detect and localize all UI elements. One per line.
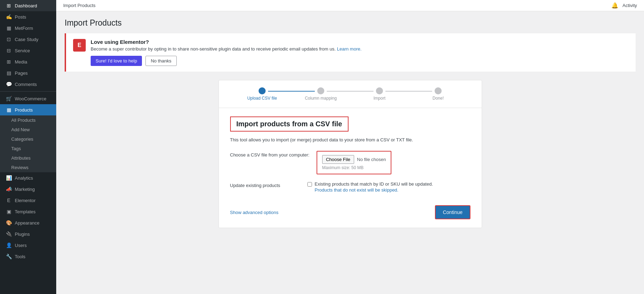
sidebar-item-woocommerce[interactable]: 🛒 WooCommerce	[0, 93, 56, 104]
file-input-row: Choose File No file chosen	[322, 155, 386, 164]
update-checkbox[interactable]	[307, 182, 312, 187]
plugins-icon: 🔌	[6, 231, 12, 237]
comments-icon: 💬	[6, 81, 12, 87]
update-checkbox-area: Existing products that match by ID or SK…	[307, 181, 433, 193]
step-upload: Upload CSV file	[233, 87, 292, 101]
step-dot-import	[376, 87, 383, 94]
page-title: Import Products	[65, 18, 636, 28]
wizard-footer: Show advanced options Continue	[219, 200, 482, 219]
sidebar-label: Case Study	[15, 37, 38, 42]
step-done: Done!	[409, 87, 468, 101]
sidebar-item-all-products[interactable]: All Products	[0, 115, 56, 125]
sidebar-item-reviews[interactable]: Reviews	[0, 163, 56, 172]
sidebar-item-users[interactable]: 👤 Users	[0, 240, 56, 251]
sidebar-item-service[interactable]: ⊟ Service	[0, 45, 56, 56]
sidebar-item-marketing[interactable]: 📣 Marketing	[0, 183, 56, 195]
update-desc: Existing products that match by ID or SK…	[315, 181, 433, 187]
step-import: Import	[350, 87, 409, 101]
topbar-right: 🔔 Activity	[611, 2, 637, 9]
sidebar-item-metform[interactable]: ▦ MetForm	[0, 22, 56, 34]
file-label: Choose a CSV file from your computer:	[230, 151, 310, 158]
sidebar-label: Elementor	[15, 198, 35, 203]
elementor-logo: E	[73, 39, 86, 52]
sidebar-item-analytics[interactable]: 📊 Analytics	[0, 172, 56, 183]
no-thanks-button[interactable]: No thanks	[145, 56, 177, 66]
sidebar-label: Analytics	[15, 175, 33, 181]
templates-icon: ▣	[6, 209, 12, 214]
sidebar-label: Marketing	[15, 187, 35, 192]
banner-actions: Sure! I'd love to help No thanks	[91, 56, 629, 66]
media-icon: ⊞	[6, 59, 12, 65]
sidebar-item-case-study[interactable]: ⊡ Case Study	[0, 34, 56, 45]
update-label: Update existing products	[230, 181, 300, 188]
sidebar-label: Appearance	[15, 220, 39, 226]
sidebar-item-templates[interactable]: ▣ Templates	[0, 206, 56, 217]
sidebar-label: Dashboard	[15, 3, 37, 8]
step-label-mapping: Column mapping	[305, 96, 337, 101]
update-checkbox-text: Existing products that match by ID or SK…	[315, 181, 433, 193]
continue-button[interactable]: Continue	[435, 205, 470, 219]
appearance-icon: 🎨	[6, 220, 12, 226]
sidebar-item-appearance[interactable]: 🎨 Appearance	[0, 217, 56, 228]
sidebar-item-products[interactable]: ▦ Products	[0, 104, 56, 115]
activity-icon[interactable]: 🔔	[611, 2, 618, 9]
posts-icon: ✍	[6, 14, 12, 20]
max-size-label: Maximum size: 50 MB	[322, 165, 386, 170]
service-icon: ⊟	[6, 48, 12, 53]
sidebar: ⊞ Dashboard ✍ Posts ▦ MetForm ⊡ Case Stu…	[0, 0, 56, 294]
sidebar-item-tools[interactable]: 🔧 Tools	[0, 251, 56, 262]
step-label-upload: Upload CSV file	[247, 96, 277, 101]
step-mapping: Column mapping	[292, 87, 350, 101]
import-wizard: Upload CSV file Column mapping Import Do…	[219, 80, 482, 228]
sure-button[interactable]: Sure! I'd love to help	[91, 56, 142, 66]
sidebar-label: Plugins	[15, 232, 30, 237]
sidebar-item-attributes[interactable]: Attributes	[0, 153, 56, 163]
sidebar-item-add-new[interactable]: Add New	[0, 125, 56, 134]
woocommerce-icon: 🛒	[6, 96, 12, 101]
sidebar-label: Tools	[15, 254, 25, 259]
banner-content: Love using Elementor? Become a super con…	[91, 39, 629, 66]
sidebar-item-posts[interactable]: ✍ Posts	[0, 11, 56, 22]
learn-more-link[interactable]: Learn more.	[337, 46, 362, 52]
banner-text: Become a super contributor by opting in …	[91, 46, 629, 52]
divider	[0, 91, 56, 92]
import-heading: Import products from a CSV file	[230, 116, 349, 132]
choose-file-button[interactable]: Choose File	[322, 155, 354, 164]
topbar-title: Import Products	[63, 3, 96, 8]
import-form: Import products from a CSV file This too…	[219, 116, 482, 193]
step-dot-upload	[259, 87, 266, 94]
file-status: No file chosen	[357, 157, 386, 162]
marketing-icon: 📣	[6, 186, 12, 192]
sidebar-label: Users	[15, 243, 27, 248]
sidebar-item-tags[interactable]: Tags	[0, 144, 56, 153]
step-dot-done	[435, 87, 442, 94]
case-study-icon: ⊡	[6, 36, 12, 42]
sidebar-label: Templates	[15, 209, 35, 214]
sidebar-label: Comments	[15, 82, 37, 87]
step-dot-mapping	[317, 87, 324, 94]
sidebar-item-pages[interactable]: ▤ Pages	[0, 67, 56, 79]
dashboard-icon: ⊞	[6, 3, 12, 8]
elementor-icon: E	[6, 198, 12, 203]
products-submenu: All Products Add New Categories Tags Att…	[0, 115, 56, 172]
elementor-banner: E Love using Elementor? Become a super c…	[65, 33, 636, 72]
step-label-done: Done!	[432, 96, 444, 101]
sidebar-item-dashboard[interactable]: ⊞ Dashboard	[0, 0, 56, 11]
analytics-icon: 📊	[6, 175, 12, 181]
pages-icon: ▤	[6, 70, 12, 76]
products-icon: ▦	[6, 107, 12, 113]
main-content: Import Products 🔔 Activity Import Produc…	[56, 0, 644, 294]
update-sub: Products that do not exist will be skipp…	[315, 187, 433, 193]
sidebar-item-comments[interactable]: 💬 Comments	[0, 79, 56, 90]
sidebar-label: Media	[15, 59, 27, 65]
import-description: This tool allows you to import (or merge…	[230, 137, 470, 142]
sidebar-item-categories[interactable]: Categories	[0, 134, 56, 144]
sidebar-label: Posts	[15, 14, 26, 20]
show-advanced-link[interactable]: Show advanced options	[230, 210, 279, 215]
sidebar-item-media[interactable]: ⊞ Media	[0, 56, 56, 67]
sidebar-label: WooCommerce	[15, 96, 46, 101]
sidebar-item-elementor[interactable]: E Elementor	[0, 195, 56, 206]
sidebar-item-plugins[interactable]: 🔌 Plugins	[0, 228, 56, 240]
update-form-row: Update existing products Existing produc…	[230, 181, 470, 193]
topbar: Import Products 🔔 Activity	[56, 0, 644, 11]
